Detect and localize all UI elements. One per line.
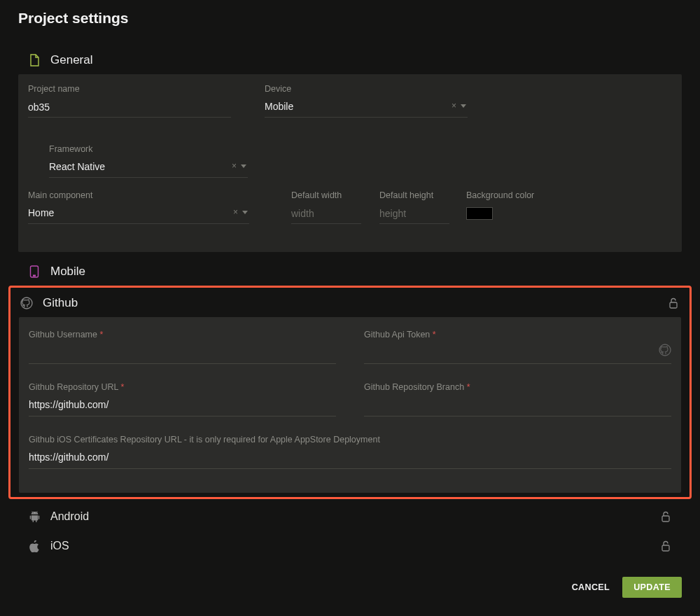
github-highlight: Github Github Username * Github Api Toke… bbox=[8, 286, 692, 499]
section-title-android: Android bbox=[50, 510, 89, 523]
section-header-general: General bbox=[18, 46, 682, 74]
background-color-field: Background color bbox=[466, 190, 571, 224]
section-header-ios[interactable]: iOS bbox=[18, 531, 682, 561]
device-field: Device Mobile × bbox=[265, 84, 468, 118]
svg-rect-5 bbox=[662, 516, 669, 522]
chevron-down-icon[interactable] bbox=[461, 104, 466, 108]
section-header-android[interactable]: Android bbox=[18, 502, 682, 531]
svg-rect-6 bbox=[662, 545, 669, 551]
default-height-input[interactable] bbox=[379, 204, 449, 224]
main-component-label: Main component bbox=[28, 190, 249, 200]
github-branch-label: Github Repository Branch * bbox=[364, 382, 671, 392]
mobile-icon bbox=[28, 265, 41, 278]
github-repo-url-label: Github Repository URL * bbox=[29, 382, 336, 392]
svg-rect-1 bbox=[34, 275, 36, 276]
framework-field: Framework React Native × bbox=[49, 144, 248, 178]
android-icon bbox=[28, 510, 41, 523]
lock-icon bbox=[659, 510, 672, 523]
project-name-label: Project name bbox=[28, 84, 231, 94]
general-panel: Project name Device Mobile × Framework R… bbox=[18, 74, 682, 252]
default-width-field: Default width bbox=[291, 190, 361, 224]
github-token-label: Github Api Token * bbox=[364, 330, 671, 340]
github-icon bbox=[20, 297, 33, 309]
device-label: Device bbox=[265, 84, 468, 94]
github-token-field: Github Api Token * bbox=[364, 330, 671, 364]
default-height-label: Default height bbox=[379, 190, 449, 200]
device-clear-icon[interactable]: × bbox=[451, 101, 456, 111]
github-ios-cert-label: Github iOS Certificates Repository URL -… bbox=[29, 435, 671, 444]
framework-select[interactable]: React Native bbox=[49, 158, 248, 178]
default-height-field: Default height bbox=[379, 190, 449, 224]
cancel-button[interactable]: CANCEL bbox=[572, 582, 610, 592]
github-repo-url-input[interactable] bbox=[29, 396, 336, 416]
lock-icon bbox=[659, 540, 672, 552]
section-title-mobile: Mobile bbox=[50, 265, 85, 279]
github-branch-input[interactable] bbox=[364, 396, 671, 416]
section-title-general: General bbox=[50, 53, 92, 67]
main-component-field: Main component Home × bbox=[28, 190, 249, 224]
section-title-github: Github bbox=[43, 296, 78, 310]
document-icon bbox=[28, 54, 41, 66]
section-header-mobile[interactable]: Mobile bbox=[18, 258, 682, 286]
github-ios-cert-field: Github iOS Certificates Repository URL -… bbox=[29, 435, 671, 469]
github-username-field: Github Username * bbox=[29, 330, 336, 364]
device-select[interactable]: Mobile bbox=[265, 98, 468, 118]
default-width-label: Default width bbox=[291, 190, 361, 200]
github-repo-url-field: Github Repository URL * bbox=[29, 382, 336, 416]
apple-icon bbox=[28, 540, 41, 552]
section-title-ios: iOS bbox=[50, 540, 69, 552]
github-token-input[interactable] bbox=[364, 344, 671, 364]
framework-clear-icon[interactable]: × bbox=[232, 161, 237, 171]
page-title: Project settings bbox=[18, 10, 682, 27]
project-name-field: Project name bbox=[28, 84, 231, 118]
section-header-github[interactable]: Github bbox=[19, 289, 681, 317]
github-branch-field: Github Repository Branch * bbox=[364, 382, 671, 416]
footer-actions: CANCEL UPDATE bbox=[572, 577, 682, 598]
lock-icon bbox=[667, 297, 680, 309]
framework-label: Framework bbox=[49, 144, 248, 154]
update-button[interactable]: UPDATE bbox=[622, 577, 682, 598]
main-component-select[interactable]: Home bbox=[28, 204, 249, 224]
github-username-input[interactable] bbox=[29, 344, 336, 364]
svg-rect-3 bbox=[670, 302, 677, 308]
github-ios-cert-input[interactable] bbox=[29, 449, 671, 469]
github-username-label: Github Username * bbox=[29, 330, 336, 340]
default-width-input[interactable] bbox=[291, 204, 361, 224]
background-color-swatch[interactable] bbox=[466, 207, 493, 220]
github-token-icon[interactable] bbox=[659, 344, 671, 356]
chevron-down-icon[interactable] bbox=[242, 211, 248, 214]
github-panel: Github Username * Github Api Token * bbox=[19, 317, 681, 493]
project-name-input[interactable] bbox=[28, 98, 231, 118]
background-color-label: Background color bbox=[466, 190, 571, 200]
main-component-clear-icon[interactable]: × bbox=[233, 207, 238, 217]
chevron-down-icon[interactable] bbox=[241, 164, 246, 168]
